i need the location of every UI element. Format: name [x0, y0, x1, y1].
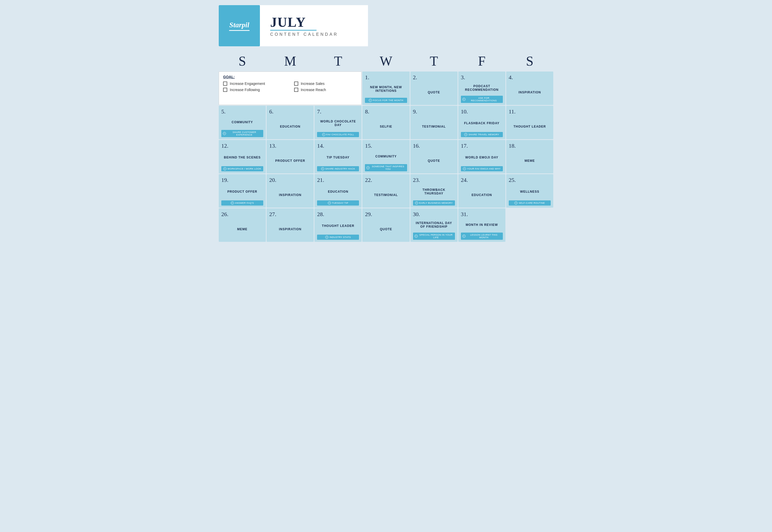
day-1-subtitle: + FOCUS FOR THE MONTH — [365, 98, 407, 103]
day-16-number: 16. — [413, 143, 455, 149]
day-28-subtitle-text: INDUSTRY STATS — [329, 236, 351, 238]
day-8-title: SELFIE — [365, 116, 407, 137]
day-31-title: MONTH IN REVIEW — [461, 219, 503, 231]
day-3-title: PODCAST RECOMMENDATION — [461, 82, 503, 94]
day-23-subtitle: + EARLY BUSINESS MEMORY — [413, 200, 455, 206]
day-12-title: BEHIND THE SCENES — [221, 150, 263, 165]
day-26-number: 26. — [221, 211, 263, 218]
plus-icon: + — [463, 167, 466, 170]
plus-icon: + — [231, 201, 234, 205]
day-14-number: 14. — [317, 143, 359, 149]
day-31-number: 31. — [461, 211, 503, 218]
goal-reach-label: Increase Reach — [301, 88, 326, 92]
plus-icon: + — [415, 235, 418, 238]
day-28-title: THOUGHT LEADER — [317, 219, 359, 233]
plus-icon: + — [321, 167, 324, 170]
day-28-subtitle: + INDUSTRY STATS — [317, 235, 359, 240]
day-5-subtitle: + SHARE CUSTOMER EXPERIENCE — [221, 130, 263, 137]
day-10-subtitle: + SHARE TRAVEL MEMORY — [461, 132, 503, 137]
day-18: 18. MEME — [506, 140, 553, 173]
day-1-title: NEW MONTH, NEW INTENTIONS — [365, 82, 407, 96]
day-21: 21. EDUCATION + TUESDAY TIP — [314, 174, 362, 208]
day-17-subtitle-text: YOUR FAV EMOJI AND WHY — [467, 167, 501, 170]
day-10-title: FLASHBACK FRIDAY — [461, 116, 503, 130]
goal-label: GOAL: — [223, 75, 357, 79]
day-28-number: 28. — [317, 211, 359, 218]
week-2: 5. COMMUNITY + SHARE CUSTOMER EXPERIENCE… — [219, 106, 553, 139]
checkbox-sales[interactable] — [294, 82, 298, 86]
checkbox-following[interactable] — [223, 88, 227, 92]
day-header-fri: F — [458, 51, 505, 71]
plus-icon: + — [223, 132, 226, 135]
day-7-number: 7. — [317, 108, 359, 115]
day-30-title: INTERNATIONAL DAY OF FRIENDSHIP — [413, 219, 455, 231]
logo-box: Starpil — [219, 5, 260, 46]
day-7-title: WORLD CHOCOLATE DAY — [317, 116, 359, 130]
day-8: 8. SELFIE — [362, 106, 409, 139]
day-23-title: THROWBACK THURSDAY — [413, 184, 455, 199]
day-12: 12. BEHIND THE SCENES + WORKSPACE / WORK… — [219, 140, 266, 173]
header: Starpil JULY CONTENT CALENDAR — [219, 5, 553, 46]
plus-icon: + — [514, 201, 517, 205]
checkbox-reach[interactable] — [294, 88, 298, 92]
goal-item-sales: Increase Sales — [294, 82, 357, 86]
day-19-title: PRODUCT OFFER — [221, 184, 263, 199]
day-10-subtitle-text: SHARE TRAVEL MEMORY — [468, 133, 499, 136]
week-3: 12. BEHIND THE SCENES + WORKSPACE / WORK… — [219, 140, 553, 173]
day-5-subtitle-text: SHARE CUSTOMER EXPERIENCE — [227, 131, 262, 136]
day-22: 22. TESTIMONIAL — [362, 174, 409, 208]
week-1: GOAL: Increase Engagement Increase Sales… — [219, 72, 553, 105]
day-29-number: 29. — [365, 211, 407, 218]
day-23: 23. THROWBACK THURSDAY + EARLY BUSINESS … — [410, 174, 458, 208]
day-17-title: WORLD EMOJI DAY — [461, 150, 503, 165]
day-13-number: 13. — [269, 143, 311, 149]
day-4-title: INSPIRATION — [509, 82, 551, 103]
plus-icon: + — [415, 201, 418, 205]
day-22-number: 22. — [365, 177, 407, 183]
day-17: 17. WORLD EMOJI DAY + YOUR FAV EMOJI AND… — [458, 140, 505, 173]
day-29: 29. QUOTE — [362, 208, 409, 242]
day-5-number: 5. — [221, 108, 263, 115]
day-4-number: 4. — [509, 74, 551, 81]
day-25-number: 25. — [509, 177, 551, 183]
plus-icon: + — [328, 201, 331, 205]
day-20: 20. INSPIRATION — [267, 174, 314, 208]
day-7: 7. WORLD CHOCOLATE DAY + FAV CHOCOLATE P… — [314, 106, 362, 139]
day-4: 4. INSPIRATION — [506, 72, 553, 105]
day-27: 27. INSPIRATION — [267, 208, 314, 242]
day-7-subtitle-text: FAV CHOCOLATE POLL — [326, 133, 354, 136]
day-19-subtitle-text: ANSWER FAQ'S — [235, 202, 254, 204]
day-1-number: 1. — [365, 74, 407, 81]
day-12-subtitle-text: WORKSPACE / WORK LOOK — [227, 167, 261, 170]
week-5: 26. MEME 27. INSPIRATION 28. THOUGHT LEA… — [219, 208, 553, 242]
day-30: 30. INTERNATIONAL DAY OF FRIENDSHIP + SP… — [410, 208, 458, 242]
calendar-container: S M T W T F S GOAL: Increase Engagement — [219, 51, 553, 242]
day-28: 28. THOUGHT LEADER + INDUSTRY STATS — [314, 208, 362, 242]
day-30-subtitle-text: SPECIAL PERSON IN YOUR LIFE — [419, 234, 453, 239]
day-19-number: 19. — [221, 177, 263, 183]
week-4: 19. PRODUCT OFFER + ANSWER FAQ'S 20. INS… — [219, 174, 553, 208]
goal-cell: GOAL: Increase Engagement Increase Sales… — [219, 72, 362, 105]
day-7-subtitle: + FAV CHOCOLATE POLL — [317, 132, 359, 137]
day-3-number: 3. — [461, 74, 503, 81]
plus-icon: + — [366, 166, 370, 169]
goal-item-reach: Increase Reach — [294, 88, 357, 92]
day-header-tue: T — [314, 51, 362, 71]
day-9: 9. TESTIMONIAL — [410, 106, 458, 139]
day-25-subtitle: + SELF-CARE ROUTINE — [509, 200, 551, 206]
goal-sales-label: Increase Sales — [301, 82, 325, 86]
checkbox-engagement[interactable] — [223, 82, 227, 86]
logo-text: Starpil — [229, 21, 249, 29]
plus-icon: + — [464, 133, 467, 136]
day-23-number: 23. — [413, 177, 455, 183]
plus-icon: + — [223, 167, 226, 170]
day-14: 14. TIP TUESDAY + SHARE INDUSTRY HACK — [314, 140, 362, 173]
day-9-number: 9. — [413, 108, 455, 115]
goal-item-engagement: Increase Engagement — [223, 82, 286, 86]
day-header-mon: M — [267, 51, 314, 71]
goal-engagement-label: Increase Engagement — [230, 82, 265, 86]
day-20-number: 20. — [269, 177, 311, 183]
day-3-subtitle-text: ASK FOR RECOMMENDATIONS — [467, 97, 501, 102]
day-15-subtitle: + SOMEONE THAT INSPIRES YOU — [365, 164, 407, 171]
day-24: 24. EDUCATION — [458, 174, 505, 208]
